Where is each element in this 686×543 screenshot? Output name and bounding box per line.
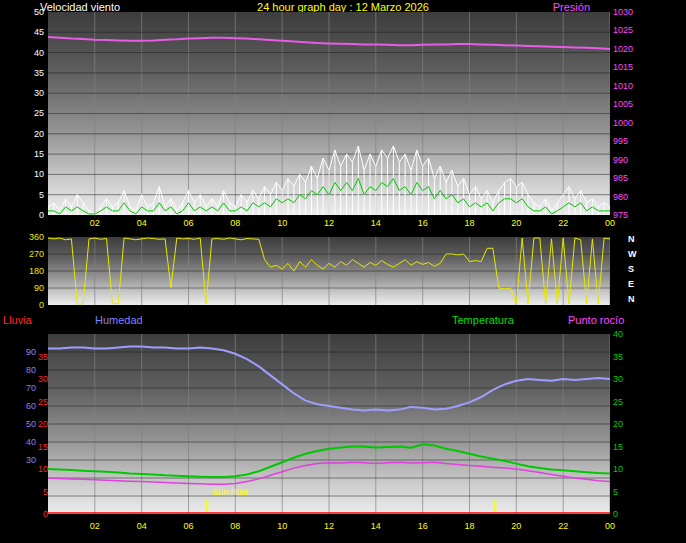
axis-tick-label: 0: [36, 509, 48, 519]
axis-tick-label: 10: [613, 464, 637, 474]
axis-tick-label: 25: [12, 108, 44, 118]
axis-tick-label: 270: [12, 249, 44, 259]
time-tick-label: 10: [277, 521, 287, 531]
axis-tick-label: 1000: [613, 118, 649, 128]
wind-direction-chart: [48, 237, 610, 305]
axis-tick-label: 50: [12, 7, 44, 17]
axis-tick-label: 985: [613, 173, 649, 183]
time-axis-bottom: 020406081012141618202200: [48, 521, 610, 533]
axis-tick-label: 360: [12, 232, 44, 242]
time-tick-label: 14: [371, 521, 381, 531]
time-axis-top: 020406081012141618202200: [48, 218, 610, 230]
time-tick-label: 20: [511, 218, 521, 228]
axis-tick-label: 180: [12, 266, 44, 276]
time-tick-label: 02: [90, 218, 100, 228]
time-tick-label: 04: [137, 218, 147, 228]
time-tick-label: 22: [558, 218, 568, 228]
axis-tick-label: 45: [12, 27, 44, 37]
axis-tick-label: 5: [12, 190, 44, 200]
temperature-axis: 4035302520151050: [613, 329, 637, 519]
time-tick-label: 08: [230, 521, 240, 531]
rain-legend-label: Lluvia: [3, 314, 32, 326]
axis-tick-label: N: [628, 294, 642, 304]
time-tick-label: 16: [418, 521, 428, 531]
axis-tick-label: 1030: [613, 7, 649, 17]
axis-tick-label: 990: [613, 155, 649, 165]
axis-tick-label: 90: [8, 347, 36, 357]
axis-tick-label: S: [628, 264, 642, 274]
axis-tick-label: 5: [613, 487, 637, 497]
axis-tick-label: 20: [36, 419, 48, 429]
pressure-axis: 1030102510201015101010051000995990985980…: [613, 7, 649, 220]
time-tick-label: 22: [558, 521, 568, 531]
time-tick-label: 06: [183, 521, 193, 531]
axis-tick-label: 0: [12, 210, 44, 220]
rain-axis: 35302520151050: [36, 352, 48, 519]
time-tick-label: 16: [418, 218, 428, 228]
axis-tick-label: 15: [36, 442, 48, 452]
wind-direction-axis: 360270180900: [12, 232, 44, 310]
axis-tick-label: 30: [8, 455, 36, 465]
time-tick-label: 00: [605, 521, 615, 531]
axis-tick-label: N: [628, 234, 642, 244]
axis-tick-label: 995: [613, 136, 649, 146]
axis-tick-label: 975: [613, 210, 649, 220]
axis-tick-label: 1005: [613, 99, 649, 109]
axis-tick-label: E: [628, 279, 642, 289]
axis-tick-label: 1025: [613, 25, 649, 35]
axis-tick-label: 5: [36, 487, 48, 497]
axis-tick-label: 980: [613, 192, 649, 202]
time-tick-label: 14: [371, 218, 381, 228]
axis-tick-label: 20: [613, 419, 637, 429]
time-tick-label: 12: [324, 521, 334, 531]
humidity-axis: 90807060504030: [8, 347, 36, 465]
time-tick-label: 08: [230, 218, 240, 228]
time-tick-label: 02: [90, 521, 100, 531]
time-tick-label: 20: [511, 521, 521, 531]
humidity-legend-label: Humedad: [95, 314, 143, 326]
time-tick-label: 18: [464, 521, 474, 531]
time-tick-label: 18: [464, 218, 474, 228]
time-tick-label: 04: [137, 521, 147, 531]
axis-tick-label: 80: [8, 365, 36, 375]
axis-tick-label: 0: [12, 300, 44, 310]
time-tick-label: 12: [324, 218, 334, 228]
axis-tick-label: 0: [613, 509, 637, 519]
axis-tick-label: 30: [613, 374, 637, 384]
axis-tick-label: 60: [8, 401, 36, 411]
axis-tick-label: 25: [613, 397, 637, 407]
axis-tick-label: 40: [8, 437, 36, 447]
axis-tick-label: 70: [8, 383, 36, 393]
wind-speed-axis: 50454035302520151050: [12, 7, 44, 220]
axis-tick-label: 35: [36, 352, 48, 362]
axis-tick-label: 15: [613, 442, 637, 452]
axis-tick-label: 40: [12, 48, 44, 58]
axis-tick-label: 1015: [613, 62, 649, 72]
compass-axis: NWSEN: [628, 234, 642, 304]
axis-tick-label: 35: [12, 68, 44, 78]
axis-tick-label: 40: [613, 329, 637, 339]
humidity-temperature-chart: [48, 334, 610, 514]
dew-point-legend-label: Punto rocío: [568, 314, 624, 326]
time-tick-label: 10: [277, 218, 287, 228]
axis-tick-label: 50: [8, 419, 36, 429]
axis-tick-label: 30: [12, 88, 44, 98]
wind-pressure-chart: [48, 12, 610, 215]
wind-pressure-panel: [48, 12, 610, 215]
temperature-legend-label: Temperatura: [452, 314, 514, 326]
time-tick-label: 06: [183, 218, 193, 228]
axis-tick-label: 30: [36, 374, 48, 384]
humidity-temperature-panel: [48, 334, 610, 514]
weather-24h-graph: Velocidad viento 24 hour graph day : 12 …: [0, 0, 686, 543]
axis-tick-label: 25: [36, 397, 48, 407]
axis-tick-label: 10: [12, 169, 44, 179]
axis-tick-label: 20: [12, 129, 44, 139]
axis-tick-label: 90: [12, 283, 44, 293]
axis-tick-label: 10: [36, 464, 48, 474]
time-tick-label: 00: [605, 218, 615, 228]
axis-tick-label: 35: [613, 352, 637, 362]
axis-tick-label: 15: [12, 149, 44, 159]
wind-direction-panel: [48, 237, 610, 305]
sunrise-label: Sun Rise: [212, 487, 249, 497]
axis-tick-label: 1010: [613, 81, 649, 91]
